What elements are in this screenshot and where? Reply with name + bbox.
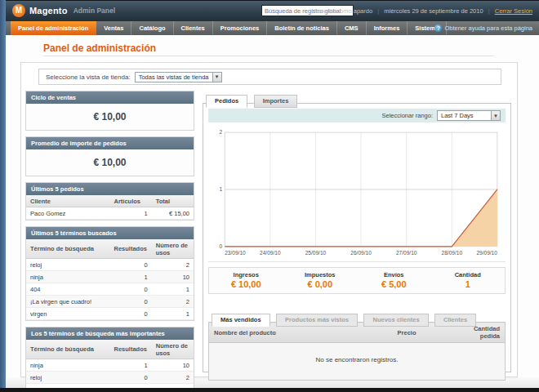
nav-item-dashboard[interactable]: Panel de administración [11,21,96,35]
chart-tabs: Pedidos Importes [203,91,511,104]
stat-impuestos: Impuestos € 0,00 [283,271,358,289]
nav-item-clientes[interactable]: Clientes [174,21,213,35]
store-switcher: Seleccione la vista de tienda: Todas las… [38,69,501,85]
dashboard-sidebar: Ciclo de ventas € 10,00 Promedio de impo… [25,91,194,392]
admin-header: M Magento Admin Panel Accedió como apard… [6,0,539,21]
top-search-box: Los 5 términos de búsqueda más important… [25,327,194,392]
range-label: Seleccionar rango: [381,112,433,119]
col-articulos: Artículos [110,195,152,207]
col-usos: Número de usos [152,239,194,259]
top-search-title: Los 5 términos de búsqueda más important… [26,327,194,340]
empty-message: No se encontraron registros. [209,343,506,381]
y-tick-label: 2 [220,129,223,135]
col-termino: Término de búsqueda [26,340,110,359]
y-tick-label: 1 [220,186,223,192]
range-value: Last 7 Days [438,112,477,119]
logo-suffix: Admin Panel [74,7,115,15]
user-info: Accedió como apardo | miércoles 29 de se… [314,7,532,15]
table-row[interactable]: reloj02 [26,372,194,384]
lifetime-sales-value: € 10,00 [26,104,194,130]
stat-cantidad: Cantidad 1 [431,271,506,289]
tab-pedidos[interactable]: Pedidos [206,95,247,108]
chevron-down-icon: ▼ [491,111,500,120]
last-orders-title: Últimos 5 pedidos [26,183,194,195]
tab-mas-vendidos[interactable]: Más vendidos [212,314,270,327]
x-tick-label: 24/09/10 [260,250,281,256]
chart-panel: Seleccionar rango: Last 7 Days ▼ 23/09/1… [203,103,511,372]
logged-in-as: Accedió como apardo [314,7,373,15]
tab-nuevos-clientes[interactable]: Nuevos clientes [363,314,428,327]
stat-envios: Envíos € 5,00 [357,271,431,289]
tab-clientes[interactable]: Clientes [434,314,476,327]
last-search-title: Últimos 5 términos buscados [26,227,194,239]
nav-item-boletin[interactable]: Boletín de noticias [267,21,337,35]
nav-items: Panel de administración Ventas Catálogo … [11,21,447,35]
totals-bar: Ingresos € 10,00 Impuestos € 0,00 Envíos… [208,267,506,294]
range-select[interactable]: Last 7 Days ▼ [437,110,501,121]
nav-item-cms[interactable]: CMS [337,21,367,35]
chevron-down-icon: ▼ [212,73,221,82]
average-orders-value: € 10,00 [26,149,194,176]
col-total: Total [152,195,194,207]
logout-link[interactable]: Cerrar Sesión [495,7,532,15]
main-nav: Panel de administración Ventas Catálogo … [6,21,539,35]
x-tick-label: 26/09/10 [350,250,372,256]
table-row[interactable]: reloj02 [26,259,194,271]
current-date: miércoles 29 de septiembre de 2010 [384,7,483,15]
x-tick-label: 25/09/10 [305,250,327,256]
stat-ingresos: Ingresos € 10,00 [209,271,283,289]
bestsellers-table: Nombre del producto Precio Cantidad pedi… [208,322,506,381]
col-termino: Término de búsqueda [26,239,110,259]
last-orders-table: Cliente Artículos Total Paco Gomez1€ 15,… [26,195,194,220]
dashboard-main: Pedidos Importes Seleccionar rango: Last… [203,91,511,372]
col-usos: Número de usos [152,340,194,359]
tab-importes[interactable]: Importes [254,95,298,108]
window-left-strip [0,0,6,392]
col-cliente: Cliente [26,195,110,207]
table-row[interactable]: ¡La virgen que cuadro!02 [26,296,194,308]
grid-tabs: Más vendidos Productos más vistos Nuevos… [208,310,506,323]
nav-item-catalogo[interactable]: Catálogo [131,21,173,35]
nav-item-promociones[interactable]: Promociones [213,21,268,35]
x-tick-label: 28/09/10 [442,250,463,256]
table-row[interactable]: ninja110 [26,271,194,283]
table-row[interactable]: virgen01 [26,308,194,320]
table-header-row: Término de búsqueda Resultados Número de… [26,340,194,359]
page-title: Panel de administración [43,42,156,54]
average-orders-title: Promedio de importe de pedidos [26,137,194,149]
table-row[interactable]: ninja110 [26,359,194,372]
lifetime-sales-box: Ciclo de ventas € 10,00 [25,91,194,131]
store-switcher-label: Seleccione la vista de tienda: [46,74,131,81]
orders-chart-svg: 23/09/1024/09/1025/09/1026/09/1027/09/10… [210,127,504,258]
window-bottom-strip [0,388,539,392]
col-resultados: Resultados [110,239,152,259]
table-row[interactable]: Paco Gomez1€ 15,00 [26,207,194,220]
title-divider [43,56,494,56]
nav-item-informes[interactable]: Informes [367,21,408,35]
tab-productos-mas-vistos[interactable]: Productos más vistos [276,314,358,327]
y-tick-label: 0 [220,243,223,249]
help-icon: ? [434,24,442,32]
nav-item-ventas[interactable]: Ventas [96,21,131,35]
help-link[interactable]: ? Obtener ayuda para esta página [434,21,532,35]
table-header-row: Término de búsqueda Resultados Número de… [26,239,194,259]
table-header-row: Cliente Artículos Total [26,195,194,207]
lifetime-sales-title: Ciclo de ventas [26,91,194,104]
table-row[interactable]: 40401 [26,283,194,296]
range-bar: Seleccionar rango: Last 7 Days ▼ [208,109,506,122]
x-tick-label: 27/09/10 [396,250,417,256]
average-orders-box: Promedio de importe de pedidos € 10,00 [25,136,194,176]
x-tick-label: 29/09/10 [476,250,497,256]
last-search-box: Últimos 5 términos buscados Término de b… [25,226,194,321]
col-resultados: Resultados [110,340,152,359]
magento-logo[interactable]: M Magento Admin Panel [12,4,115,17]
logo-text: Magento [29,6,68,16]
top-search-table: Término de búsqueda Resultados Número de… [26,340,194,392]
last-orders-box: Últimos 5 pedidos Cliente Artículos Tota… [25,182,194,220]
chart-divider [208,261,506,262]
store-view-value: Todas las vistas de tienda [136,74,212,81]
store-view-select[interactable]: Todas las vistas de tienda ▼ [135,72,222,82]
help-label: Obtener ayuda para esta página [444,24,532,32]
empty-row: No se encontraron registros. [209,343,506,381]
x-tick-label: 23/09/10 [225,250,246,256]
